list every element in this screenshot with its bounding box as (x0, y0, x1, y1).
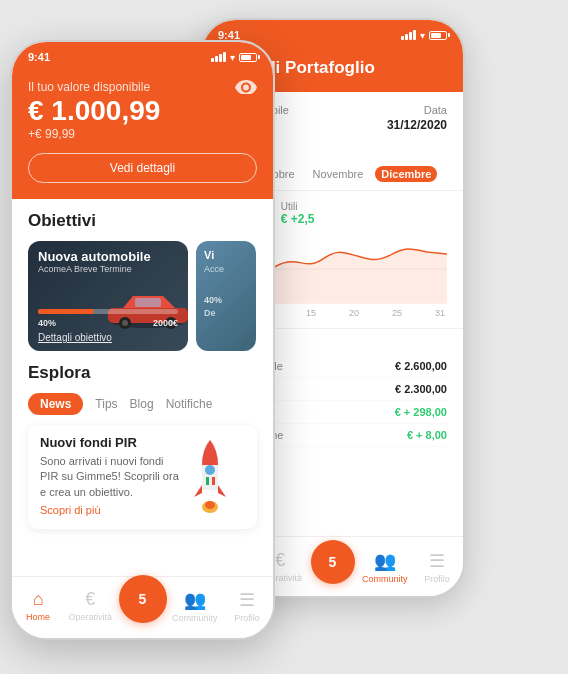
front-community-icon: 👥 (184, 589, 206, 611)
front-profilo-icon: ☰ (239, 589, 255, 611)
back-fab-button[interactable]: 5 (311, 540, 355, 584)
esplora-title: Esplora (28, 363, 257, 383)
front-nav-operativita[interactable]: € Operatività (64, 589, 116, 626)
front-home-icon: ⌂ (33, 589, 44, 610)
svg-point-11 (205, 501, 215, 509)
front-header-top-row: Il tuo valore disponibile € 1.000,99 +€ … (28, 80, 257, 151)
news-title: Nuovi fondi PIR (40, 435, 180, 450)
back-nav-community-label: Community (362, 574, 408, 584)
stat-value-2: € + 298,00 (395, 406, 447, 418)
progress-bar-bg-1 (38, 309, 178, 314)
xlabel-31: 31 (435, 308, 445, 318)
rocket-icon (180, 435, 240, 515)
progress-percent-1: 40% (38, 318, 56, 328)
progress-bar-fill-1 (38, 309, 94, 314)
news-card: Nuovi fondi PIR Sono arrivati i nuovi fo… (28, 425, 257, 529)
svg-point-13 (207, 467, 213, 473)
obiettivi-section: Obiettivi (12, 199, 273, 351)
wifi-icon: ▾ (420, 30, 425, 41)
front-status-bar: 9:41 ▾ (12, 42, 273, 70)
stat-value-3: € + 8,00 (407, 429, 447, 441)
scene: 9:41 ▾ Dettagli Portafoglio ore di (0, 0, 568, 674)
front-header-amount: € 1.000,99 (28, 96, 160, 127)
card-title-1: Nuova automobile (38, 249, 178, 264)
signal-icon (401, 30, 416, 40)
leg-utili-value: € +2,5 (281, 212, 315, 226)
obiettivi-title: Obiettivi (28, 211, 257, 231)
news-content: Nuovi fondi PIR Sono arrivati i nuovi fo… (40, 435, 180, 516)
front-wifi-icon: ▾ (230, 52, 235, 63)
card-partial-text: Vi Acce 40% De (204, 249, 224, 319)
back-profilo-icon: ☰ (429, 550, 445, 572)
xlabel-25: 25 (392, 308, 402, 318)
vedi-dettagli-button[interactable]: Vedi dettagli (28, 153, 257, 183)
back-nav-fab[interactable]: 5 (306, 550, 358, 584)
progress-target-1: 2000€ (153, 318, 178, 328)
front-nav-profilo[interactable]: ☰ Profilo (221, 589, 273, 627)
tab-blog[interactable]: Blog (130, 397, 154, 411)
esplora-tabs-row: News Tips Blog Notifiche (28, 393, 257, 415)
front-nav-fab[interactable]: 5 (116, 589, 168, 627)
xlabel-15: 15 (306, 308, 316, 318)
news-body: Sono arrivati i nuovi fondi PIR su Gimme… (40, 454, 180, 500)
front-signal-icon (211, 52, 226, 62)
phone-front: 9:41 ▾ Il tuo valore disponibile € (10, 40, 275, 640)
obiettivi-cards-row: Nuova automobile AcomeA Breve Termine 40… (28, 241, 257, 351)
back-nav-profilo-label: Profilo (424, 574, 450, 584)
stat-value-0: € 2.600,00 (395, 360, 447, 372)
progress-labels-1: 40% 2000€ (38, 318, 178, 328)
front-fab-number: 5 (139, 591, 147, 607)
battery-icon (429, 31, 447, 40)
front-header-subtitle: Il tuo valore disponibile (28, 80, 160, 94)
back-status-icons: ▾ (401, 30, 447, 41)
stat-value-1: € 2.300,00 (395, 383, 447, 395)
card-content-1: Nuova automobile AcomeA Breve Termine 40… (28, 241, 188, 351)
rocket-container (180, 435, 245, 519)
back-nav-community[interactable]: 👥 Community (359, 550, 411, 584)
front-nav-community[interactable]: 👥 Community (169, 589, 221, 627)
month-novembre[interactable]: Novembre (307, 166, 370, 182)
eye-icon[interactable] (235, 80, 257, 98)
leg-utili-label: Utili (281, 201, 315, 212)
back-nav-profilo[interactable]: ☰ Profilo (411, 550, 463, 584)
back-operativita-icon: € (275, 550, 285, 571)
front-header-change: +€ 99,99 (28, 127, 160, 141)
xlabel-20: 20 (349, 308, 359, 318)
front-battery-icon (239, 53, 257, 62)
front-operativita-icon: € (85, 589, 95, 610)
back-fab-number: 5 (329, 554, 337, 570)
obiettivo-card-2-partial[interactable]: Vi Acce 40% De (196, 241, 256, 351)
tab-news[interactable]: News (28, 393, 83, 415)
back-data-label: Data (424, 104, 447, 116)
front-bottom-nav: ⌂ Home € Operatività 5 👥 Community ☰ Pro… (12, 576, 273, 638)
svg-rect-16 (212, 477, 215, 485)
news-link[interactable]: Scopri di più (40, 504, 180, 516)
tab-notifiche[interactable]: Notifiche (166, 397, 213, 411)
card-link-1[interactable]: Dettagli obiettivo (38, 332, 178, 343)
front-nav-op-label: Operatività (69, 612, 113, 622)
back-community-icon: 👥 (374, 550, 396, 572)
back-data-value: 31/12/2020 (387, 118, 447, 144)
obiettivo-card-1[interactable]: Nuova automobile AcomeA Breve Termine 40… (28, 241, 188, 351)
front-fab-button[interactable]: 5 (119, 575, 167, 623)
month-dicembre[interactable]: Dicembre (375, 166, 437, 182)
front-nav-home[interactable]: ⌂ Home (12, 589, 64, 626)
front-header-area: Il tuo valore disponibile € 1.000,99 +€ … (12, 70, 273, 199)
front-nav-community-label: Community (172, 613, 218, 623)
front-nav-profilo-label: Profilo (234, 613, 260, 623)
tab-tips[interactable]: Tips (95, 397, 117, 411)
front-status-icons: ▾ (211, 52, 257, 63)
front-status-time: 9:41 (28, 51, 50, 63)
card-bottom-1: 40% 2000€ Dettagli obiettivo (38, 309, 178, 343)
front-nav-home-label: Home (26, 612, 50, 622)
svg-rect-14 (206, 477, 209, 485)
esplora-section: Esplora News Tips Blog Notifiche Nuovi f… (12, 351, 273, 529)
legend-utili: Utili € +2,5 (281, 201, 315, 226)
svg-rect-15 (209, 477, 212, 485)
card-sub-1: AcomeA Breve Termine (38, 264, 178, 274)
